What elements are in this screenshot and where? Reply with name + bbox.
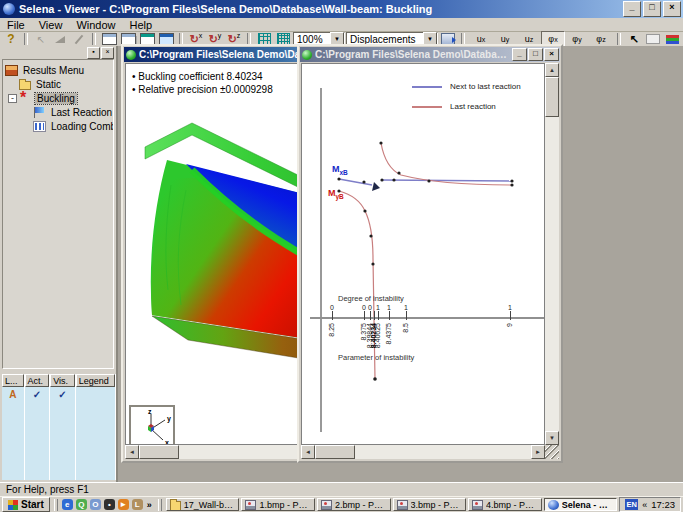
parameter-tick-value: 8.5 bbox=[402, 323, 409, 333]
x-axis-ticks: 0 8.25 0 8.375 0 8.39844 bbox=[302, 64, 544, 364]
tree-item[interactable]: Loading Combination bbox=[3, 119, 113, 133]
rectangle-icon bbox=[646, 34, 660, 44]
parameter-tick-value: 8.25 bbox=[328, 323, 335, 337]
vertical-scrollbar[interactable]: ▲ ▼ bbox=[545, 63, 559, 445]
y-axis-label: y bbox=[167, 415, 171, 423]
quicklaunch-icon[interactable]: O bbox=[90, 499, 101, 510]
select-cursor-button[interactable]: ↖ bbox=[625, 32, 643, 46]
isolines-icon bbox=[666, 35, 679, 44]
tree-item-label[interactable]: Last Reaction bbox=[49, 107, 114, 118]
toolbar-separator bbox=[617, 33, 621, 45]
maximize-button[interactable]: □ bbox=[643, 1, 661, 17]
quicklaunch-icon[interactable]: Q bbox=[76, 499, 87, 510]
isolines-button[interactable] bbox=[663, 32, 681, 46]
column-header[interactable]: Act. bbox=[25, 374, 50, 387]
tree-item-label[interactable]: Static bbox=[34, 79, 63, 90]
quicklaunch-icon[interactable]: ► bbox=[118, 499, 129, 510]
start-button[interactable]: Start bbox=[2, 497, 50, 512]
pointer-tool-button[interactable]: ↖ bbox=[32, 32, 50, 46]
toolbar-separator bbox=[92, 33, 96, 45]
taskbar-button-label: 1.bmp - Paint bbox=[259, 500, 311, 510]
taskbar-button-label: 4.bmp - Paint bbox=[486, 500, 538, 510]
quicklaunch-icon[interactable]: L bbox=[132, 499, 143, 510]
task-buttons: 17_Wall-beam 1.bmp - Paint 2.bmp - Paint… bbox=[166, 498, 617, 511]
panel-close-icon[interactable]: × bbox=[101, 47, 114, 59]
column-header[interactable]: Legend bbox=[76, 374, 115, 387]
horizontal-scrollbar[interactable]: ◄ ► bbox=[301, 445, 545, 459]
reaction-plot-window[interactable]: C:\Program Files\Selena Demo\Database\Wa… bbox=[297, 44, 563, 463]
measure-tool-button[interactable] bbox=[51, 32, 69, 46]
taskbar-button-icon bbox=[245, 500, 256, 510]
quicklaunch-icon[interactable]: • bbox=[104, 499, 115, 510]
degree-tick-value: 0 bbox=[330, 304, 334, 311]
info-line: Buckling coefficient 8.40234 bbox=[132, 70, 273, 83]
quicklaunch-overflow-chevron[interactable]: » bbox=[145, 500, 154, 510]
scroll-down-icon[interactable]: ▼ bbox=[545, 431, 559, 445]
tree-item-icon bbox=[19, 93, 32, 104]
tree-item-label[interactable]: Results Menu bbox=[21, 65, 86, 76]
main-titlebar[interactable]: Selena - Viewer - C:\Program Files\Selen… bbox=[0, 0, 683, 18]
legend-cell bbox=[76, 387, 115, 401]
tree-item[interactable]: Last Reaction bbox=[3, 105, 113, 119]
help-button[interactable]: ? bbox=[2, 32, 20, 46]
reaction-plot-canvas[interactable]: Next to last reaction Last reaction MxB … bbox=[301, 63, 545, 445]
visible-checkbox[interactable]: ✓ bbox=[50, 387, 75, 401]
panel-restore-icon[interactable]: ▪ bbox=[87, 47, 100, 59]
scroll-right-icon[interactable]: ► bbox=[531, 445, 545, 459]
degree-tick-value: 0 bbox=[362, 304, 366, 311]
pencil-icon bbox=[75, 34, 84, 44]
new-window-button[interactable] bbox=[100, 32, 118, 46]
taskbar-button-icon bbox=[472, 500, 483, 510]
taskbar-button[interactable]: 1.bmp - Paint bbox=[241, 498, 315, 511]
language-indicator[interactable]: EN bbox=[625, 499, 638, 510]
menu-item[interactable]: View bbox=[32, 19, 70, 31]
scroll-left-icon[interactable]: ◄ bbox=[125, 445, 139, 459]
pointer-icon: ↖ bbox=[37, 34, 45, 45]
active-checkbox[interactable]: ✓ bbox=[25, 387, 50, 401]
displacement-component-toggle[interactable]: φz bbox=[589, 31, 613, 47]
layer-name-cell[interactable]: A bbox=[2, 387, 24, 401]
resize-grip[interactable] bbox=[545, 445, 559, 459]
window-icon bbox=[102, 33, 117, 45]
taskbar-button[interactable]: 4.bmp - Paint bbox=[468, 498, 542, 511]
doc2-titlebar[interactable]: C:\Program Files\Selena Demo\Database\Wa… bbox=[300, 47, 560, 62]
taskbar: Start eQO•►L » 17_Wall-beam 1.bmp - Pain… bbox=[0, 496, 683, 512]
tree-item-label[interactable]: Loading Combination bbox=[49, 121, 114, 132]
quicklaunch-icon[interactable]: e bbox=[62, 499, 73, 510]
expander-icon[interactable]: - bbox=[8, 94, 17, 103]
menu-item[interactable]: Window bbox=[69, 19, 122, 31]
tree-item-label[interactable]: Buckling bbox=[35, 93, 77, 104]
minimize-button[interactable]: _ bbox=[623, 1, 641, 17]
menu-bar: FileViewWindowHelp bbox=[0, 18, 683, 32]
status-bar: For Help, press F1 bbox=[0, 482, 683, 496]
tree-item[interactable]: - Buckling bbox=[3, 91, 113, 105]
windows-logo-icon bbox=[8, 500, 18, 510]
taskbar-button-icon bbox=[170, 501, 181, 511]
taskbar-button-label: 3.bmp - Paint bbox=[411, 500, 463, 510]
displacement-component-toggle[interactable]: φy bbox=[565, 31, 589, 47]
maximize-button[interactable]: □ bbox=[528, 48, 543, 61]
scrollbar-thumb[interactable] bbox=[315, 445, 355, 459]
taskbar-button[interactable]: 2.bmp - Paint bbox=[317, 498, 391, 511]
minimize-button[interactable]: _ bbox=[512, 48, 527, 61]
column-header[interactable]: L... bbox=[2, 374, 24, 387]
tree-item-icon bbox=[5, 65, 18, 76]
axes-triad: z y x bbox=[129, 405, 175, 445]
tree-item[interactable]: Results Menu bbox=[3, 63, 113, 77]
edit-tool-button[interactable] bbox=[70, 32, 88, 46]
panel-header[interactable]: ▪ × bbox=[0, 46, 116, 58]
menu-item[interactable]: Help bbox=[123, 19, 160, 31]
taskbar-button[interactable]: 17_Wall-beam bbox=[166, 498, 240, 511]
scroll-left-icon[interactable]: ◄ bbox=[301, 445, 315, 459]
close-button[interactable]: × bbox=[544, 48, 559, 61]
region-select-button[interactable] bbox=[644, 32, 662, 46]
taskbar-button[interactable]: 3.bmp - Paint bbox=[393, 498, 467, 511]
close-button[interactable]: × bbox=[663, 1, 681, 17]
tray-chevron[interactable]: « bbox=[642, 500, 647, 510]
scrollbar-thumb[interactable] bbox=[545, 77, 559, 117]
scrollbar-thumb[interactable] bbox=[139, 445, 179, 459]
column-header[interactable]: Vis. bbox=[50, 374, 75, 387]
scroll-up-icon[interactable]: ▲ bbox=[545, 63, 559, 77]
taskbar-button[interactable]: Selena - View... bbox=[544, 498, 618, 511]
menu-item[interactable]: File bbox=[0, 19, 32, 31]
